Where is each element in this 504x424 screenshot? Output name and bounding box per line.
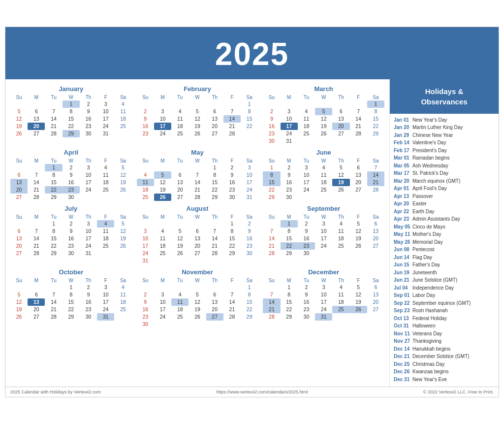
holiday-name: Chinese New Year xyxy=(412,132,453,138)
day-cell: 20 xyxy=(206,123,223,130)
day-cell: 15 xyxy=(241,298,258,306)
day-cell: 29 xyxy=(367,130,384,137)
month-table: SuMTuWThFSa12345678910111213141516171819… xyxy=(10,158,132,201)
day-header: M xyxy=(154,277,171,284)
day-cell: 28 xyxy=(367,186,384,194)
day-cell: 21 xyxy=(350,123,367,130)
day-cell xyxy=(45,284,62,291)
day-cell: 9 xyxy=(241,228,258,235)
holiday-name: Pentecost xyxy=(412,246,434,253)
day-cell: 5 xyxy=(315,108,332,115)
day-cell: 23 xyxy=(281,186,298,194)
day-cell: 9 xyxy=(263,115,280,123)
day-cell: 16 xyxy=(137,306,154,313)
day-cell: 9 xyxy=(281,171,298,179)
month-block-december: DecemberSuMTuWThFSa123456789101112131415… xyxy=(263,268,384,328)
day-cell: 26 xyxy=(350,306,367,313)
month-title: July xyxy=(10,205,132,212)
day-cell: 28 xyxy=(28,194,45,201)
holiday-date: May 26 xyxy=(394,239,412,245)
month-title: June xyxy=(263,149,384,156)
day-cell: 16 xyxy=(281,179,298,186)
holiday-item: Jun 19Juneteenth xyxy=(394,269,495,276)
day-cell: 25 xyxy=(332,242,349,250)
day-cell: 29 xyxy=(206,194,223,201)
holiday-date: Mar 01 xyxy=(394,155,412,161)
day-cell: 22 xyxy=(63,123,80,130)
holiday-item: Apr 22Earth Day xyxy=(394,208,495,215)
day-header: Su xyxy=(263,214,280,220)
day-cell xyxy=(171,220,189,228)
month-table: SuMTuWThFSa12345678910111213141516171819… xyxy=(137,277,258,328)
day-cell: 23 xyxy=(137,313,154,321)
day-cell xyxy=(10,100,28,108)
day-cell: 3 xyxy=(154,291,171,298)
day-header: M xyxy=(154,214,171,220)
day-header: Tu xyxy=(45,158,62,164)
holiday-item: Jan 20Martin Luther King Day xyxy=(394,124,495,130)
day-cell: 3 xyxy=(241,164,258,171)
day-cell: 11 xyxy=(315,171,332,179)
day-cell: 3 xyxy=(315,284,332,291)
month-title: November xyxy=(137,268,258,276)
day-cell: 18 xyxy=(315,179,332,186)
day-cell: 31 xyxy=(137,257,154,264)
holiday-item: Sep 23Rosh Hashanah xyxy=(394,307,495,314)
day-cell: 4 xyxy=(171,291,189,298)
day-cell: 22 xyxy=(45,242,62,250)
day-cell: 12 xyxy=(189,115,206,123)
day-cell xyxy=(10,220,28,228)
holiday-item: May 26Memorial Day xyxy=(394,239,495,245)
day-cell xyxy=(241,130,258,137)
day-header: M xyxy=(28,214,45,220)
day-cell: 23 xyxy=(137,130,154,137)
day-cell xyxy=(137,284,154,291)
day-header: M xyxy=(281,158,298,164)
day-cell: 30 xyxy=(263,137,280,145)
day-cell: 21 xyxy=(263,306,280,313)
day-cell: 26 xyxy=(114,242,131,250)
holiday-date: Jun 14 xyxy=(394,254,412,261)
day-cell: 23 xyxy=(298,242,315,250)
holiday-name: Thanksgiving xyxy=(412,338,441,344)
day-cell: 6 xyxy=(171,171,189,179)
calendar-page: 2025 JanuarySuMTuWThFSa12345678910111213… xyxy=(5,27,499,398)
day-cell: 23 xyxy=(298,306,315,313)
day-cell: 20 xyxy=(10,186,28,194)
day-header: M xyxy=(154,158,171,164)
footer-center: https://www.vertex42.com/calendars/2025.… xyxy=(216,390,308,394)
day-cell: 14 xyxy=(28,179,45,186)
day-cell: 19 xyxy=(171,242,189,250)
day-cell: 31 xyxy=(80,250,97,257)
day-cell xyxy=(171,164,189,171)
months-grid: JanuarySuMTuWThFSa1234567891011121314151… xyxy=(10,85,384,328)
month-table: SuMTuWThFSa12345678910111213141516171819… xyxy=(137,94,258,137)
holiday-name: Passover xyxy=(412,193,433,199)
day-cell: 16 xyxy=(298,235,315,242)
day-cell: 20 xyxy=(367,298,384,306)
day-cell: 7 xyxy=(223,108,241,115)
holiday-name: Labor Day xyxy=(412,292,435,298)
day-cell: 11 xyxy=(171,115,189,123)
day-cell: 24 xyxy=(154,130,171,137)
day-header: Sa xyxy=(367,214,384,220)
day-cell: 30 xyxy=(80,313,97,321)
day-cell: 2 xyxy=(263,108,280,115)
day-cell xyxy=(298,100,315,108)
day-cell: 5 xyxy=(350,220,367,228)
day-cell: 29 xyxy=(63,130,80,137)
day-header: M xyxy=(281,277,298,284)
day-header: W xyxy=(63,277,80,284)
holiday-date: Oct 13 xyxy=(394,315,412,322)
day-cell: 21 xyxy=(45,123,62,130)
day-cell: 13 xyxy=(206,298,223,306)
day-cell xyxy=(154,100,171,108)
day-cell xyxy=(10,284,28,291)
holiday-item: Mar 17St. Patrick's Day xyxy=(394,170,495,176)
day-header: Sa xyxy=(367,94,384,100)
day-cell: 1 xyxy=(263,164,280,171)
day-cell: 21 xyxy=(206,242,223,250)
holiday-date: Apr 23 xyxy=(394,216,412,222)
day-cell: 19 xyxy=(10,306,28,313)
day-cell: 15 xyxy=(45,235,62,242)
